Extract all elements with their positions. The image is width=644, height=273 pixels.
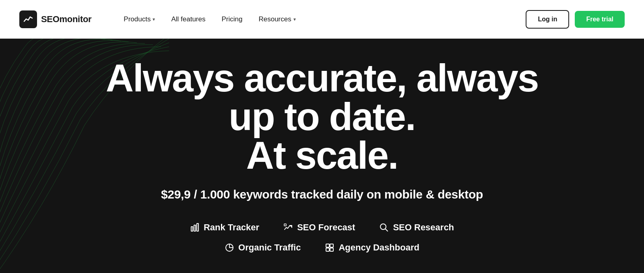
hero-section: .dline { fill: none; stroke: #1a5c2a; st… bbox=[0, 39, 644, 273]
feature-organic-traffic[interactable]: Organic Traffic bbox=[225, 242, 301, 253]
feature-rank-tracker[interactable]: Rank Tracker bbox=[190, 222, 259, 233]
logo-text: SEOmonitor bbox=[41, 14, 91, 25]
hero-features: Rank Tracker SEO Forecast bbox=[80, 222, 564, 253]
svg-rect-1 bbox=[194, 225, 196, 231]
dashboard-icon bbox=[325, 243, 334, 252]
svg-rect-2 bbox=[197, 223, 198, 231]
svg-rect-11 bbox=[326, 248, 329, 251]
hero-subheadline: $29,9 / 1.000 keywords tracked daily on … bbox=[80, 188, 564, 201]
svg-rect-9 bbox=[326, 244, 329, 247]
navbar: SEOmonitor Products ▾ All features Prici… bbox=[0, 0, 644, 39]
bar-chart-icon bbox=[190, 223, 200, 232]
login-button[interactable]: Log in bbox=[526, 10, 569, 29]
feature-seo-forecast[interactable]: SEO Forecast bbox=[283, 222, 355, 233]
search-icon bbox=[379, 223, 389, 232]
feature-agency-dashboard[interactable]: Agency Dashboard bbox=[325, 242, 419, 253]
nav-item-all-features[interactable]: All features bbox=[165, 12, 212, 27]
svg-rect-0 bbox=[191, 227, 193, 231]
hero-features-row-1: Rank Tracker SEO Forecast bbox=[190, 222, 454, 233]
nav-item-products[interactable]: Products ▾ bbox=[117, 12, 161, 27]
pie-chart-icon bbox=[225, 243, 234, 252]
free-trial-button[interactable]: Free trial bbox=[575, 11, 625, 28]
svg-line-5 bbox=[386, 229, 388, 232]
nav-item-resources[interactable]: Resources ▾ bbox=[252, 12, 302, 27]
logo-icon bbox=[19, 10, 37, 28]
forecast-icon bbox=[283, 223, 293, 232]
svg-rect-3 bbox=[284, 224, 286, 226]
navbar-nav: Products ▾ All features Pricing Resource… bbox=[117, 12, 526, 27]
hero-headline: Always accurate, always up to date. At s… bbox=[80, 59, 564, 175]
svg-rect-12 bbox=[330, 248, 333, 251]
feature-seo-research[interactable]: SEO Research bbox=[379, 222, 454, 233]
chevron-down-icon-resources: ▾ bbox=[293, 17, 296, 22]
svg-rect-10 bbox=[330, 244, 333, 247]
hero-content: Always accurate, always up to date. At s… bbox=[80, 59, 564, 253]
chevron-down-icon: ▾ bbox=[153, 17, 155, 22]
hero-features-row-2: Organic Traffic Agency Dashboard bbox=[225, 242, 419, 253]
nav-item-pricing[interactable]: Pricing bbox=[215, 12, 249, 27]
navbar-actions: Log in Free trial bbox=[526, 10, 625, 29]
logo-link[interactable]: SEOmonitor bbox=[19, 10, 91, 28]
